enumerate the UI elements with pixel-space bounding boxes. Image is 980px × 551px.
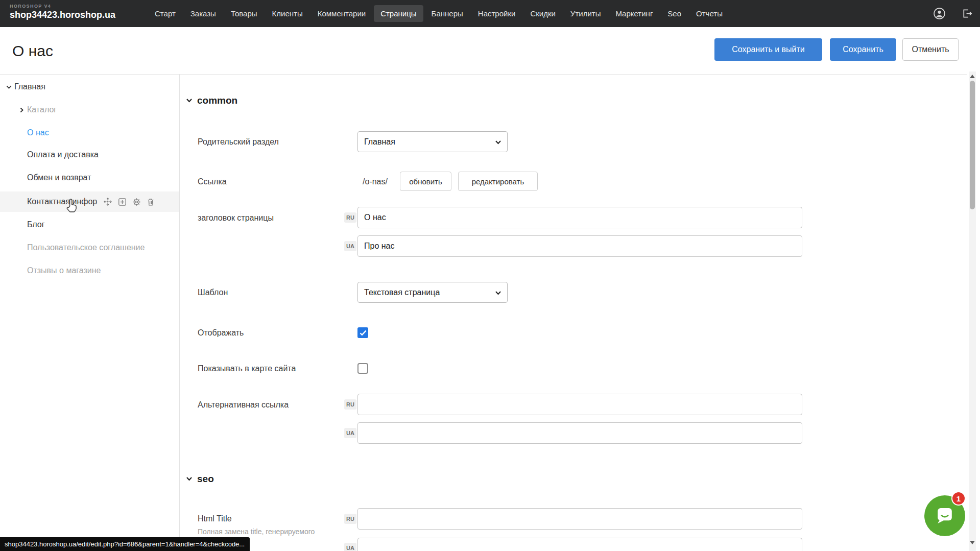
tree-item-obmen[interactable]: Обмен и возврат	[0, 167, 179, 188]
scrollbar-down-arrow[interactable]	[970, 541, 975, 544]
tree-item-glavnaya[interactable]: Главная	[0, 77, 179, 97]
brand-logo[interactable]: HOROSHOP V4 shop34423.horoshop.ua	[10, 4, 115, 20]
tree-item-actions	[103, 197, 155, 206]
tree-item-otzyvy[interactable]: Отзывы о магазине	[0, 260, 179, 281]
chevron-down-icon	[495, 290, 501, 296]
account-icon[interactable]	[933, 7, 946, 20]
section-common[interactable]: common	[186, 95, 237, 106]
menu-item-discounts[interactable]: Скидки	[523, 5, 562, 22]
page-header: О нас Сохранить и выйти Сохранить Отмени…	[0, 27, 980, 74]
html-title-hint: Полная замена title, генерируемого	[198, 528, 315, 536]
sitemap-checkbox[interactable]	[357, 363, 368, 374]
cancel-button[interactable]: Отменить	[902, 38, 959, 61]
menu-item-marketing[interactable]: Маркетинг	[609, 5, 659, 22]
tree-item-kontaktnaya[interactable]: Контактная инфор	[0, 191, 179, 212]
chevron-down-icon	[495, 139, 501, 146]
lang-ru-badge: RU	[344, 514, 356, 524]
menu-item-orders[interactable]: Заказы	[184, 5, 223, 22]
tree-item-label: Главная	[14, 82, 45, 91]
tree-item-label: Отзывы о магазине	[27, 266, 101, 275]
chevron-down-icon[interactable]	[3, 84, 14, 90]
menu-item-start[interactable]: Старт	[148, 5, 182, 22]
menu-item-clients[interactable]: Клиенты	[266, 5, 309, 22]
parent-section-select[interactable]: Главная	[357, 131, 508, 152]
lang-ru-badge: RU	[344, 212, 356, 223]
lang-ua-badge: UA	[344, 241, 356, 251]
page-title-field-label: заголовок страницы	[198, 213, 274, 223]
tree-item-polzovatelskoe[interactable]: Пользовательское соглашение	[0, 237, 179, 258]
tree-item-label: Каталог	[27, 105, 57, 114]
sitemap-label: Показывать в карте сайта	[198, 364, 296, 373]
parent-section-label: Родительский раздел	[198, 137, 279, 147]
move-icon[interactable]	[103, 197, 112, 206]
page-title-ru-input[interactable]	[357, 207, 802, 228]
top-menu: Старт Заказы Товары Клиенты Комментарии …	[148, 0, 729, 27]
save-button[interactable]: Сохранить	[830, 38, 896, 61]
menu-item-pages[interactable]: Страницы	[374, 5, 423, 22]
html-title-ua-input[interactable]	[357, 538, 802, 551]
chevron-down-icon	[186, 473, 193, 485]
section-title: seo	[197, 473, 214, 485]
check-icon	[360, 330, 367, 336]
page-title-ua-input[interactable]	[357, 235, 802, 257]
menu-item-products[interactable]: Товары	[224, 5, 264, 22]
section-seo[interactable]: seo	[186, 473, 214, 485]
menu-item-comments[interactable]: Комментарии	[311, 5, 372, 22]
chevron-down-icon	[186, 95, 193, 106]
lang-ua-badge: UA	[344, 428, 356, 438]
alt-link-ru-input[interactable]	[357, 394, 802, 415]
tree-item-label: Блог	[27, 220, 45, 229]
status-url-bar: shop34423.horoshop.ua/edit/edit.php?id=6…	[0, 537, 250, 551]
save-exit-button[interactable]: Сохранить и выйти	[714, 38, 822, 61]
tree-item-o-nas[interactable]: О нас	[0, 123, 179, 143]
tree-item-label: О нас	[27, 128, 49, 137]
add-icon[interactable]	[118, 198, 127, 206]
menu-item-banners[interactable]: Баннеры	[425, 5, 470, 22]
topbar-icons	[933, 0, 973, 27]
alt-link-ua-input[interactable]	[357, 422, 802, 444]
section-title: common	[197, 95, 237, 106]
lang-ru-badge: RU	[344, 399, 356, 410]
lang-ua-badge: UA	[344, 543, 356, 551]
template-label: Шаблон	[198, 288, 228, 297]
scrollbar-thumb[interactable]	[970, 81, 975, 209]
tree-item-blog[interactable]: Блог	[0, 214, 179, 235]
chat-bubble-icon	[933, 504, 957, 528]
display-checkbox[interactable]	[357, 327, 368, 338]
chat-unread-badge: 1	[951, 491, 966, 506]
display-label: Отображать	[198, 328, 244, 338]
horoshop-admin-screen: HOROSHOP V4 shop34423.horoshop.ua Старт …	[0, 0, 980, 551]
link-edit-button[interactable]: редактировать	[458, 172, 538, 191]
select-value: Текстовая страница	[364, 288, 440, 297]
tree-item-label: Обмен и возврат	[27, 173, 91, 182]
brand-domain-label: shop34423.horoshop.ua	[10, 10, 115, 20]
scrollbar-up-arrow[interactable]	[970, 75, 975, 78]
tree-item-label: Контактная инфор	[27, 197, 97, 206]
tree-item-katalog[interactable]: Каталог	[0, 100, 179, 120]
tree-item-label: Оплата и доставка	[27, 150, 99, 159]
menu-item-utilities[interactable]: Утилиты	[564, 5, 608, 22]
tree-item-oplata[interactable]: Оплата и доставка	[0, 145, 179, 165]
page-title: О нас	[12, 42, 53, 60]
link-label: Ссылка	[198, 177, 227, 186]
sidebar-divider	[179, 75, 180, 551]
html-title-ru-input[interactable]	[357, 508, 802, 530]
menu-item-seo[interactable]: Seo	[661, 5, 688, 22]
pages-tree-sidebar: Главная Каталог О нас Оплата и доставка …	[0, 75, 179, 551]
link-path-value: /o-nas/	[363, 177, 388, 186]
delete-icon[interactable]	[147, 198, 155, 206]
topbar: HOROSHOP V4 shop34423.horoshop.ua Старт …	[0, 0, 980, 27]
alt-link-label: Альтернативная ссылка	[198, 400, 289, 410]
link-update-button[interactable]: обновить	[400, 172, 451, 191]
select-value: Главная	[364, 137, 395, 147]
template-select[interactable]: Текстовая страница	[357, 282, 508, 303]
brand-version-label: HOROSHOP V4	[10, 4, 115, 9]
menu-item-settings[interactable]: Настройки	[471, 5, 522, 22]
html-title-label: Html Title	[198, 514, 232, 523]
tree-item-label: Пользовательское соглашение	[27, 243, 145, 252]
menu-item-reports[interactable]: Отчеты	[689, 5, 729, 22]
chevron-right-icon[interactable]	[16, 107, 27, 113]
settings-icon[interactable]	[132, 198, 141, 206]
logout-icon[interactable]	[961, 8, 973, 19]
